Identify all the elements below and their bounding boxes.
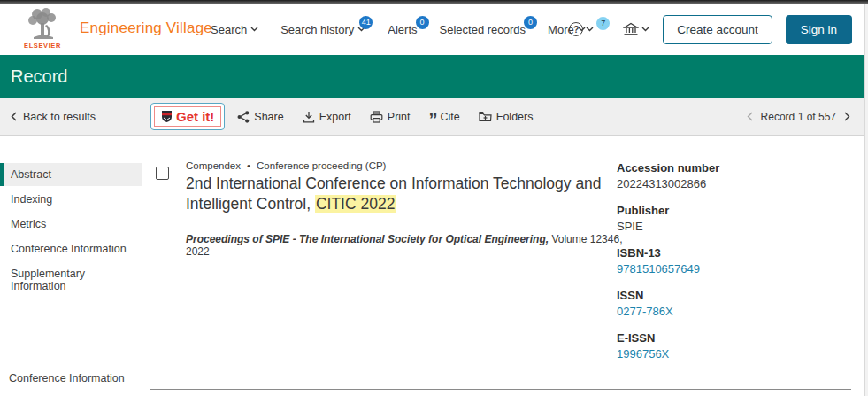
record-details-panel: Accession number 20224313002866 Publishe… <box>617 161 856 374</box>
record-page: ELSEVIER Engineering Village Search Sear… <box>0 0 868 396</box>
elsevier-logo: ELSEVIER <box>19 7 65 50</box>
issn-label: ISSN <box>617 289 856 302</box>
nav-alerts[interactable]: Alerts 0 <box>388 23 417 36</box>
record-select-checkbox[interactable] <box>156 167 169 180</box>
database-label: Compendex <box>186 160 241 171</box>
download-icon <box>303 111 315 123</box>
conference-information-section-heading: Conference Information <box>9 372 125 384</box>
quote-icon: ” <box>429 115 436 124</box>
isbn13-group: ISBN-13 9781510657649 <box>617 246 856 276</box>
back-to-results-label: Back to results <box>23 111 96 123</box>
print-label: Print <box>388 111 411 123</box>
eissn-value-link[interactable]: 1996756X <box>617 347 856 361</box>
elsevier-ev-logo[interactable]: ELSEVIER Engineering Village <box>19 7 212 50</box>
help-notification-badge: 7 <box>596 17 610 30</box>
selected-records-count-badge: 0 <box>524 16 537 29</box>
library-crest-icon <box>161 110 173 123</box>
export-button[interactable]: Export <box>303 111 351 123</box>
record-meta-line: Compendex • Conference proceeding (CP) <box>186 160 628 171</box>
source-title[interactable]: Proceedings of SPIE - The International … <box>186 233 549 245</box>
record-pagination: Record 1 of 557 <box>747 111 850 123</box>
chevron-down-icon <box>641 27 649 32</box>
get-it-inner: Get it! <box>154 106 221 127</box>
issn-group: ISSN 0277-786X <box>617 289 856 318</box>
isbn13-label: ISBN-13 <box>617 246 856 260</box>
search-history-count-badge: 41 <box>359 16 373 29</box>
elsevier-wordmark: ELSEVIER <box>24 42 61 50</box>
cite-button[interactable]: ” Cite <box>429 111 460 123</box>
publisher-label: Publisher <box>617 204 856 217</box>
help-icon: ? <box>569 22 583 36</box>
sidebar-item-metrics[interactable]: Metrics <box>0 213 142 236</box>
record-summary: Compendex • Conference proceeding (CP) 2… <box>186 160 628 258</box>
sidebar-item-supplementary-information[interactable]: Supplementary Information <box>0 262 142 298</box>
primary-nav: Search Search history 41 Alerts 0 Select… <box>211 4 586 55</box>
accession-number-value: 20224313002866 <box>617 177 856 190</box>
source-line: Proceedings of SPIE - The International … <box>186 233 628 258</box>
nav-utility-area: ? 7 Create account Sign in <box>569 4 852 55</box>
institution-menu[interactable] <box>623 22 649 36</box>
alerts-count-badge: 0 <box>416 16 429 29</box>
record-title-highlight: CITIC 2022 <box>315 195 396 213</box>
accession-number-group: Accession number 20224313002866 <box>617 161 856 190</box>
app-title: Engineering Village <box>80 19 212 37</box>
nav-search-label: Search <box>211 23 247 36</box>
folder-plus-icon <box>479 111 492 122</box>
top-navigation: ELSEVIER Engineering Village Search Sear… <box>0 4 864 55</box>
folders-button[interactable]: Folders <box>479 111 534 123</box>
institution-icon <box>623 22 639 36</box>
get-it-button[interactable]: Get it! <box>150 103 225 130</box>
chevron-left-icon <box>11 112 17 121</box>
sidebar-item-abstract[interactable]: Abstract <box>0 163 142 186</box>
page-banner: Record <box>0 55 864 98</box>
export-label: Export <box>319 111 351 123</box>
chevron-down-icon <box>250 27 258 32</box>
next-record-icon[interactable] <box>844 112 850 121</box>
publisher-group: Publisher SPIE <box>617 204 856 233</box>
record-section-nav: Abstract Indexing Metrics Conference Inf… <box>0 163 142 299</box>
isbn13-value-link[interactable]: 9781510657649 <box>617 262 856 276</box>
scrollbar-track[interactable] <box>864 4 868 396</box>
get-it-label: Get it! <box>176 109 214 124</box>
printer-icon <box>370 111 383 123</box>
nav-search[interactable]: Search <box>211 23 258 36</box>
document-type-label: Conference proceeding (CP) <box>257 160 386 171</box>
nav-alerts-label: Alerts <box>388 23 417 36</box>
share-icon <box>237 111 250 123</box>
share-button[interactable]: Share <box>237 111 283 123</box>
help-menu[interactable]: ? 7 <box>569 22 610 36</box>
issn-value-link[interactable]: 0277-786X <box>617 305 856 318</box>
back-to-results-link[interactable]: Back to results <box>11 111 96 123</box>
record-toolbar: Back to results Get it! Share <box>0 98 864 136</box>
meta-dot-separator: • <box>247 160 250 171</box>
sign-in-button[interactable]: Sign in <box>786 15 852 44</box>
record-title: 2nd International Conference on Informat… <box>186 174 628 214</box>
nav-search-history-label: Search history <box>280 23 354 36</box>
sidebar-item-indexing[interactable]: Indexing <box>0 188 142 211</box>
chevron-down-icon <box>586 27 594 32</box>
page-title: Record <box>11 66 67 87</box>
previous-record-icon[interactable] <box>747 112 753 121</box>
accession-number-label: Accession number <box>617 161 856 175</box>
record-position-label: Record 1 of 557 <box>761 111 836 123</box>
print-button[interactable]: Print <box>370 111 411 123</box>
publisher-value: SPIE <box>617 220 856 233</box>
nav-search-history[interactable]: Search history 41 <box>280 23 365 36</box>
nav-selected-records-label: Selected records <box>440 23 526 36</box>
toolbar-actions: Share Export <box>237 111 533 123</box>
folders-label: Folders <box>496 111 534 123</box>
section-divider <box>150 389 851 390</box>
eissn-label: E-ISSN <box>617 331 856 345</box>
nav-selected-records[interactable]: Selected records 0 <box>440 23 526 36</box>
sidebar-item-conference-information[interactable]: Conference Information <box>0 237 142 260</box>
eissn-group: E-ISSN 1996756X <box>617 331 856 361</box>
elsevier-tree-icon <box>25 7 60 41</box>
share-label: Share <box>254 111 283 123</box>
create-account-button[interactable]: Create account <box>663 15 772 44</box>
cite-label: Cite <box>441 111 460 123</box>
